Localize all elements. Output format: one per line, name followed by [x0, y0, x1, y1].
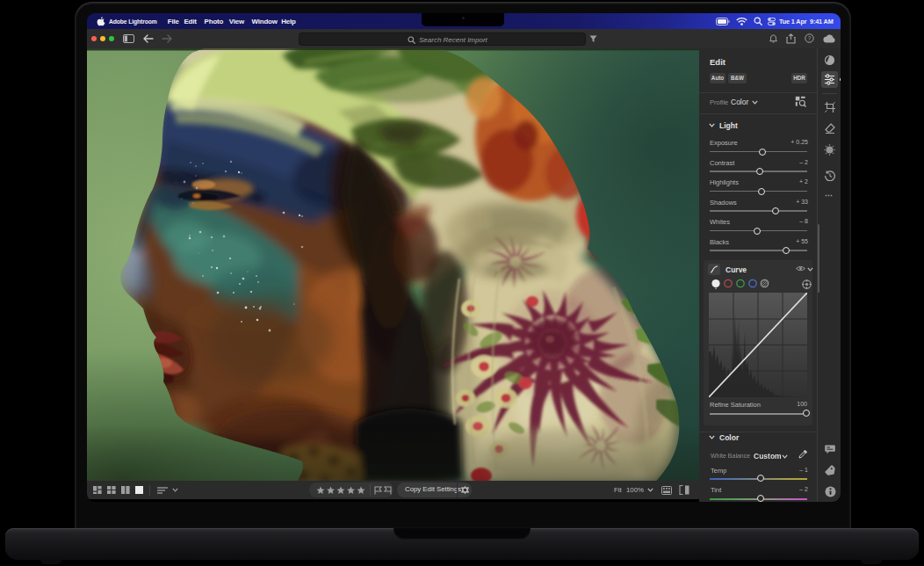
svg-text:?: ?: [808, 35, 812, 41]
